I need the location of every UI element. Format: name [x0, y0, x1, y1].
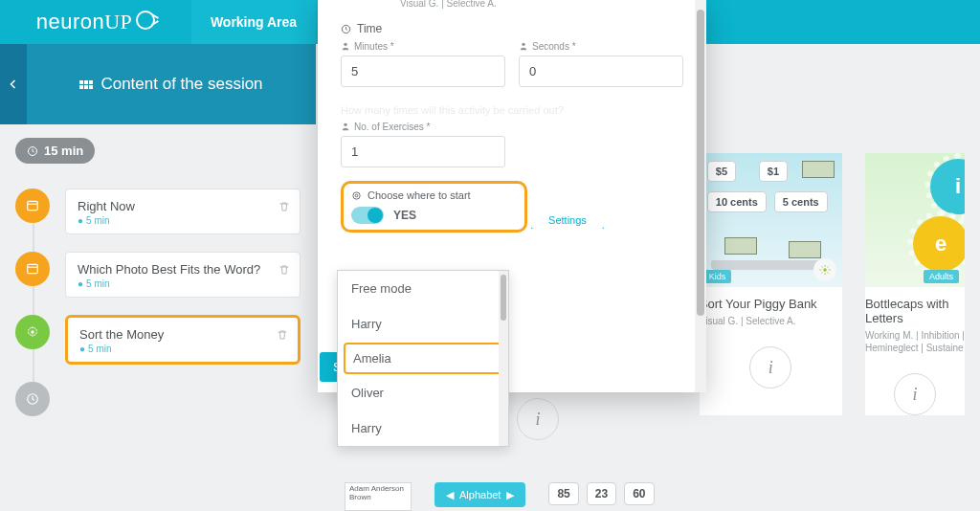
trash-icon: [277, 329, 288, 341]
exercises-input[interactable]: [341, 136, 505, 167]
dollar-bill-icon: [724, 237, 757, 255]
window-icon: [26, 262, 39, 276]
session-item-title: Right Now: [78, 199, 288, 213]
start-point-dropdown[interactable]: Free mode Harry Amelia Oliver Harry: [337, 270, 509, 447]
session-item-time: ● 5 min: [78, 278, 288, 289]
svg-rect-3: [28, 264, 38, 273]
grid-icon: [79, 80, 93, 89]
svg-point-11: [353, 191, 360, 198]
trash-icon: [278, 264, 290, 276]
minutes-label: Minutes *: [341, 41, 505, 52]
timeline-node: [15, 189, 50, 223]
brand-logo: neuronUP: [0, 0, 191, 44]
session-item-card[interactable]: Which Photo Best Fits the Word? ● 5 min: [65, 252, 301, 298]
audience-badge: Kids: [703, 270, 732, 283]
time-section-label: Time: [341, 22, 683, 35]
session-item-time: ● 5 min: [79, 344, 286, 354]
money-pill: $5: [707, 161, 736, 182]
brand-icon: [136, 11, 155, 30]
exercises-label: No. of Exercises *: [341, 122, 505, 132]
number-chip: 60: [624, 482, 654, 505]
dropdown-option[interactable]: Oliver: [338, 375, 508, 411]
info-button[interactable]: i: [749, 346, 791, 389]
session-item-time: ● 5 min: [78, 215, 288, 226]
session-item-title: Sort the Money: [79, 327, 286, 342]
clock-icon: [341, 24, 351, 34]
clock-icon: [27, 145, 38, 157]
activity-meta: Visual G. | Selective A.: [400, 0, 683, 9]
gallery-thumbnail: i e Adults: [865, 153, 965, 287]
dropdown-option-selected[interactable]: Amelia: [344, 343, 502, 374]
clock-icon: [26, 392, 39, 406]
choose-start-label: Choose where to start: [368, 189, 471, 201]
gallery-card-title: Bottlecaps with Letters: [865, 297, 965, 325]
choose-start-toggle[interactable]: [351, 207, 384, 224]
svg-point-12: [355, 194, 358, 197]
gear-icon: [26, 325, 39, 339]
person-icon: [341, 122, 350, 131]
info-button[interactable]: i: [894, 373, 936, 415]
session-item-title: Which Photo Best Fits the Word?: [78, 262, 288, 277]
seconds-label: Seconds *: [519, 41, 683, 52]
person-icon: [519, 41, 528, 51]
delete-item-button[interactable]: [278, 262, 290, 279]
delete-item-button[interactable]: [278, 199, 290, 216]
dropdown-option[interactable]: Harry: [338, 411, 508, 446]
card-settings-button[interactable]: [813, 258, 836, 281]
window-icon: [26, 199, 39, 212]
gallery-card[interactable]: $5 $1 10 cents 5 cents Kids Sort Your Pi…: [700, 153, 842, 415]
svg-point-13: [823, 269, 826, 272]
gallery-card-title: Sort Your Piggy Bank: [700, 297, 842, 311]
gallery-thumbnail: $5 $1 10 cents 5 cents Kids: [700, 153, 842, 287]
settings-tab[interactable]: Settings: [531, 211, 604, 229]
dollar-bill-icon: [789, 241, 821, 258]
toggle-value: YES: [393, 209, 416, 222]
svg-point-8: [344, 43, 346, 46]
svg-rect-1: [28, 201, 38, 210]
svg-point-10: [344, 123, 346, 126]
session-title-text: Content of the session: [100, 75, 262, 94]
session-duration-chip: 15 min: [15, 138, 95, 164]
money-pill: 5 cents: [774, 191, 828, 212]
target-icon: [351, 190, 362, 201]
gallery-card-tags: Visual G. | Selective A.: [700, 315, 842, 327]
dropdown-scrollbar[interactable]: [499, 271, 508, 446]
minutes-input[interactable]: [341, 56, 505, 87]
money-pill: $1: [759, 161, 788, 182]
bottlecap-icon: i: [930, 159, 965, 214]
alphabet-bar[interactable]: ◀Alphabet▶: [434, 482, 525, 507]
timeline-end-node: [15, 382, 50, 416]
gallery-card[interactable]: i e Adults Bottlecaps with Letters Worki…: [865, 153, 965, 415]
session-header: Content of the session: [27, 75, 316, 94]
seconds-input[interactable]: [519, 56, 683, 87]
back-button[interactable]: [0, 44, 27, 124]
name-list-preview: Adam Anderson Brown: [345, 482, 412, 511]
dropdown-option[interactable]: Free mode: [338, 271, 508, 306]
bottlecap-icon: e: [913, 216, 965, 272]
nav-working-area[interactable]: Working Area: [191, 0, 316, 44]
delete-item-button[interactable]: [277, 327, 288, 344]
repeat-question: How many times will this activity be car…: [341, 104, 683, 116]
svg-point-9: [522, 43, 524, 46]
session-item-card-active[interactable]: Sort the Money ● 5 min: [65, 315, 301, 365]
session-item-card[interactable]: Right Now ● 5 min: [65, 189, 301, 234]
person-icon: [341, 41, 350, 51]
timeline-node: [15, 315, 50, 349]
choose-start-block: Choose where to start YES: [341, 181, 527, 233]
trash-icon: [278, 201, 290, 212]
number-chip: 23: [587, 482, 616, 505]
timeline-node: [15, 252, 50, 286]
svg-point-5: [31, 330, 34, 334]
money-pill: 10 cents: [707, 191, 767, 212]
panel-scrollbar[interactable]: [695, 0, 706, 392]
dropdown-option[interactable]: Harry: [338, 306, 508, 342]
dollar-bill-icon: [802, 161, 835, 178]
audience-badge: Adults: [924, 270, 959, 283]
number-chip: 85: [548, 482, 578, 505]
gallery-card-tags: Working M. | Inhibition | Hemineglect | …: [865, 329, 965, 354]
